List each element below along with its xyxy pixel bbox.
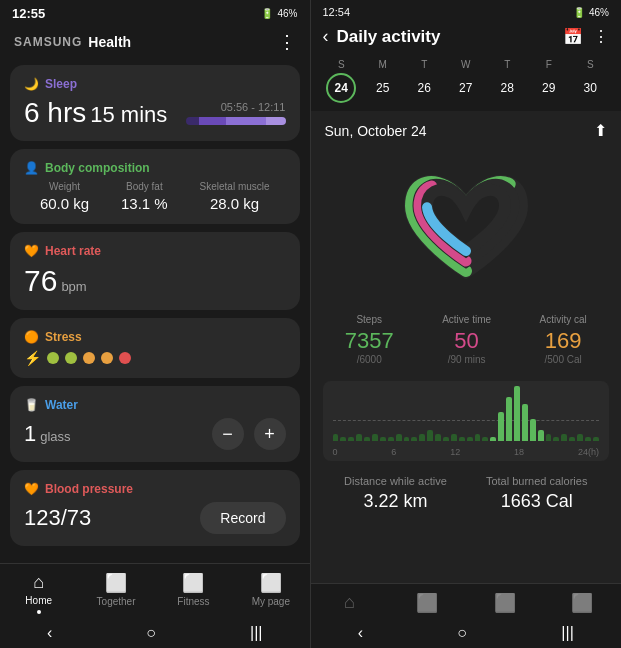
heart-rate-value: 76: [24, 264, 57, 298]
activity-date: Sun, October 24: [325, 123, 427, 139]
app-header-left: SAMSUNG Health ⋮: [0, 25, 310, 61]
bottom-nav-right: ⌂ ⬜ ⬜ ⬜: [311, 583, 622, 618]
chart-bar-29: [561, 434, 567, 441]
weight-stat: Weight 60.0 kg: [40, 181, 89, 212]
right-panel: 12:54 🔋 46% ‹ Daily activity 📅 ⋮ S 24 M …: [311, 0, 622, 648]
nav-home-label: Home: [25, 595, 52, 606]
sleep-card[interactable]: 🌙 Sleep 6 hrs 15 mins 05:56 - 12:11: [10, 65, 300, 141]
fitness-icon: ⬜: [182, 572, 204, 594]
stress-dot-3: [83, 352, 95, 364]
sleep-seg-wake: [266, 117, 286, 125]
week-day-29[interactable]: F 29: [534, 59, 564, 103]
water-minus-button[interactable]: −: [212, 418, 244, 450]
stress-dot-2: [65, 352, 77, 364]
bottom-nav-left: ⌂ Home ⬜ Together ⬜ Fitness ⬜ My page: [0, 563, 310, 618]
samsung-label: SAMSUNG: [14, 35, 82, 49]
stress-dot-1: [47, 352, 59, 364]
stress-card[interactable]: 🟠 Stress ⚡: [10, 318, 300, 378]
day-label-w: W: [461, 59, 470, 70]
day-label-s2: S: [587, 59, 594, 70]
week-day-30[interactable]: S 30: [575, 59, 605, 103]
day-num-25: 25: [376, 81, 389, 95]
back-button-left[interactable]: ‹: [47, 624, 52, 642]
bodyfat-label: Body fat: [121, 181, 168, 192]
week-calendar: S 24 M 25 T 26 W 27 T 28: [311, 55, 622, 111]
heart-rate-card[interactable]: 🧡 Heart rate 76 bpm: [10, 232, 300, 310]
stress-dots: ⚡: [24, 350, 286, 366]
recent-button-left[interactable]: |||: [250, 624, 262, 642]
heart-icon: 🧡: [24, 244, 39, 258]
nav-mypage-right[interactable]: ⬜: [543, 592, 621, 614]
home-button-left[interactable]: ○: [146, 624, 156, 642]
week-day-26[interactable]: T 26: [409, 59, 439, 103]
chart-bar-23: [514, 386, 520, 441]
chart-label-18: 18: [514, 447, 524, 457]
record-button[interactable]: Record: [200, 502, 285, 534]
activity-cal-sub: /500 Cal: [540, 354, 587, 365]
bp-value: 123/73: [24, 505, 91, 531]
nav-together[interactable]: ⬜ Together: [77, 572, 154, 614]
distance-metric: Distance while active 3.22 km: [344, 475, 447, 512]
activity-header: ‹ Daily activity 📅 ⋮: [311, 22, 622, 55]
chart-bar-10: [411, 437, 417, 441]
blood-pressure-card[interactable]: 🧡 Blood pressure 123/73 Record: [10, 470, 300, 546]
more-options-icon-right[interactable]: ⋮: [593, 27, 609, 46]
sleep-seg-deep: [186, 117, 199, 125]
week-day-27[interactable]: W 27: [451, 59, 481, 103]
activity-cal-stat: Activity cal 169 /500 Cal: [540, 314, 587, 365]
week-day-25[interactable]: M 25: [368, 59, 398, 103]
nav-mypage[interactable]: ⬜ My page: [232, 572, 309, 614]
nav-fitness[interactable]: ⬜ Fitness: [155, 572, 232, 614]
water-plus-button[interactable]: +: [254, 418, 286, 450]
cards-container: 🌙 Sleep 6 hrs 15 mins 05:56 - 12:11: [0, 61, 310, 563]
day-wrap-27: 27: [451, 73, 481, 103]
recent-button-sys-right[interactable]: |||: [561, 624, 573, 642]
mypage-icon-right: ⬜: [571, 592, 593, 614]
activity-chart: 0 6 12 18 24(h): [323, 381, 610, 461]
system-nav-right: ‹ ○ |||: [311, 618, 622, 648]
nav-fitness-right[interactable]: ⬜: [466, 592, 544, 614]
chart-bar-22: [506, 397, 512, 441]
together-icon-right: ⬜: [416, 592, 438, 614]
nav-home[interactable]: ⌂ Home: [0, 572, 77, 614]
day-label-t1: T: [421, 59, 427, 70]
skeletal-label: Skeletal muscle: [200, 181, 270, 192]
status-icons-right: 🔋 46%: [573, 7, 609, 18]
week-day-24[interactable]: S 24: [326, 59, 356, 103]
body-stats: Weight 60.0 kg Body fat 13.1 % Skeletal …: [24, 181, 286, 212]
day-wrap-25: 25: [368, 73, 398, 103]
nav-together-right[interactable]: ⬜: [388, 592, 466, 614]
nav-home-right[interactable]: ⌂: [311, 592, 389, 614]
sleep-mins: 15 mins: [90, 102, 167, 128]
back-button-sys-right[interactable]: ‹: [358, 624, 363, 642]
chart-bar-24: [522, 404, 528, 441]
sleep-icon: 🌙: [24, 77, 39, 91]
day-num-26: 26: [418, 81, 431, 95]
body-composition-card[interactable]: 👤 Body composition Weight 60.0 kg Body f…: [10, 149, 300, 224]
chart-bar-13: [435, 434, 441, 441]
home-button-sys-right[interactable]: ○: [457, 624, 467, 642]
chart-label-6: 6: [391, 447, 396, 457]
battery-icon-right: 🔋: [573, 7, 585, 18]
mypage-icon: ⬜: [260, 572, 282, 594]
system-nav-left: ‹ ○ |||: [0, 618, 310, 648]
sleep-hours: 6 hrs: [24, 97, 86, 129]
back-button-right[interactable]: ‹: [323, 26, 329, 47]
day-wrap-29: 29: [534, 73, 564, 103]
sleep-time-range: 05:56 - 12:11: [186, 101, 286, 113]
share-icon[interactable]: ⬆: [594, 121, 607, 140]
sleep-duration: 6 hrs 15 mins: [24, 97, 167, 129]
chart-bar-14: [443, 437, 449, 441]
day-label-s1: S: [338, 59, 345, 70]
date-share-row: Sun, October 24 ⬆: [311, 111, 622, 146]
chart-bar-32: [585, 437, 591, 441]
nav-mypage-label: My page: [252, 596, 290, 607]
home-icon: ⌂: [33, 572, 44, 593]
week-day-28[interactable]: T 28: [492, 59, 522, 103]
time-left: 12:55: [12, 6, 45, 21]
calendar-icon[interactable]: 📅: [563, 27, 583, 46]
day-wrap-28: 28: [492, 73, 522, 103]
steps-stat: Steps 7357 /6000: [345, 314, 394, 365]
more-options-icon[interactable]: ⋮: [278, 31, 296, 53]
water-card[interactable]: 🥛 Water 1 glass − +: [10, 386, 300, 462]
